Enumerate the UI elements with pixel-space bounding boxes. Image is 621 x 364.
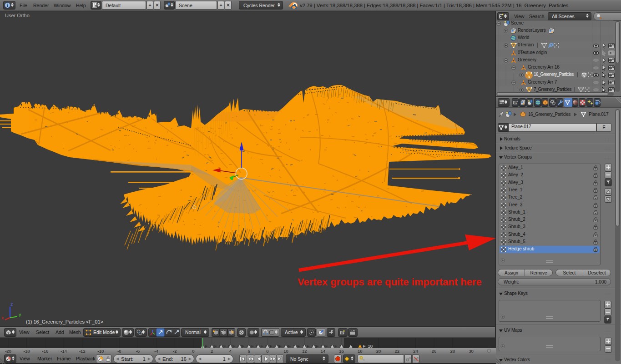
svg-text:18: 18 bbox=[358, 349, 363, 354]
svg-text:10: 10 bbox=[283, 349, 288, 354]
svg-text:8: 8 bbox=[266, 349, 268, 354]
svg-text:26: 26 bbox=[432, 349, 437, 354]
svg-text:16: 16 bbox=[339, 349, 344, 354]
svg-text:F_18: F_18 bbox=[363, 344, 373, 348]
svg-text:14: 14 bbox=[321, 349, 326, 354]
svg-text:-20: -20 bbox=[5, 349, 11, 354]
svg-text:6: 6 bbox=[247, 349, 250, 354]
svg-text:-10: -10 bbox=[98, 349, 104, 354]
svg-text:12: 12 bbox=[302, 349, 307, 354]
svg-text:4: 4 bbox=[229, 349, 232, 354]
svg-text:0: 0 bbox=[192, 349, 194, 354]
svg-text:28: 28 bbox=[450, 349, 455, 354]
svg-text:24: 24 bbox=[413, 349, 418, 354]
svg-text:20: 20 bbox=[376, 349, 381, 354]
svg-text:-6: -6 bbox=[136, 349, 140, 354]
svg-text:-2: -2 bbox=[173, 349, 177, 354]
svg-text:30: 30 bbox=[469, 349, 474, 354]
svg-text:-8: -8 bbox=[117, 349, 121, 354]
svg-text:-4: -4 bbox=[154, 349, 158, 354]
svg-text:2: 2 bbox=[211, 349, 213, 354]
svg-text:22: 22 bbox=[394, 349, 399, 354]
